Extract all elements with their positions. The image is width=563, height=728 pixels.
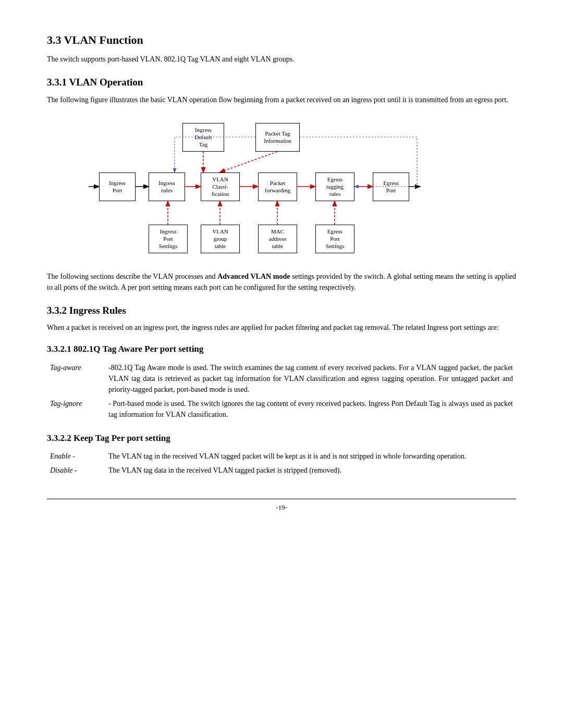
svg-line-8 xyxy=(221,152,277,172)
page-number: -19- xyxy=(276,503,287,511)
box-egress-port-settings: EgressPortSettings xyxy=(315,225,354,253)
tag-aware-definitions: Tag-aware -802.1Q Tag Aware mode is used… xyxy=(47,360,516,422)
tag-ignore-def: - Port-based mode is used. The switch ig… xyxy=(106,397,515,421)
box-vlan-classification: VLANClassi-fication xyxy=(201,172,240,201)
page-footer: -19- xyxy=(47,499,516,513)
box-packet-forwarding: Packetforwarding xyxy=(258,172,297,201)
box-egress-tagging: Egresstaggingrules xyxy=(315,172,354,201)
section-3322-title: 3.3.2.2 Keep Tag Per port setting xyxy=(47,431,516,445)
section-331-intro: The following figure illustrates the bas… xyxy=(47,94,516,105)
box-ingress-port: IngressPort xyxy=(99,172,136,201)
disable-def: The VLAN tag data in the received VLAN t… xyxy=(106,464,515,477)
box-ingress-rules: Ingressrules xyxy=(149,172,185,201)
section-331-followup: The following sections describe the VLAN… xyxy=(47,271,516,293)
tag-aware-term: Tag-aware xyxy=(48,361,105,396)
box-egress-port: EgressPort xyxy=(373,172,409,201)
section-3321-title: 3.3.2.1 802.1Q Tag Aware Per port settin… xyxy=(47,342,516,356)
vlan-operation-diagram: IngressDefaultTag Packet TagInformation … xyxy=(47,118,516,258)
box-mac-address-table: MACaddresstable xyxy=(258,225,297,253)
box-ingress-default-tag: IngressDefaultTag xyxy=(182,123,224,152)
section-331-title: 3.3.1 VLAN Operation xyxy=(47,75,516,90)
tag-aware-def: -802.1Q Tag Aware mode is used. The swit… xyxy=(106,361,515,396)
section-33-intro: The switch supports port-based VLAN, 802… xyxy=(47,54,516,65)
section-332-intro: When a packet is received on an ingress … xyxy=(47,322,516,333)
section-33-title: 3.3 VLAN Function xyxy=(47,31,516,48)
box-packet-tag-info: Packet TagInformation xyxy=(255,123,300,152)
section-332-title: 3.3.2 Ingress Rules xyxy=(47,303,516,318)
enable-term: Enable - xyxy=(48,450,105,463)
disable-term: Disable - xyxy=(48,464,105,477)
enable-def: The VLAN tag in the received VLAN tagged… xyxy=(106,450,515,463)
box-ingress-port-settings: IngressPortSettings xyxy=(149,225,188,253)
box-vlan-group-table: VLANgrouptable xyxy=(201,225,240,253)
tag-ignore-term: Tag-ignore xyxy=(48,397,105,421)
keep-tag-definitions: Enable - The VLAN tag in the received VL… xyxy=(47,449,516,478)
